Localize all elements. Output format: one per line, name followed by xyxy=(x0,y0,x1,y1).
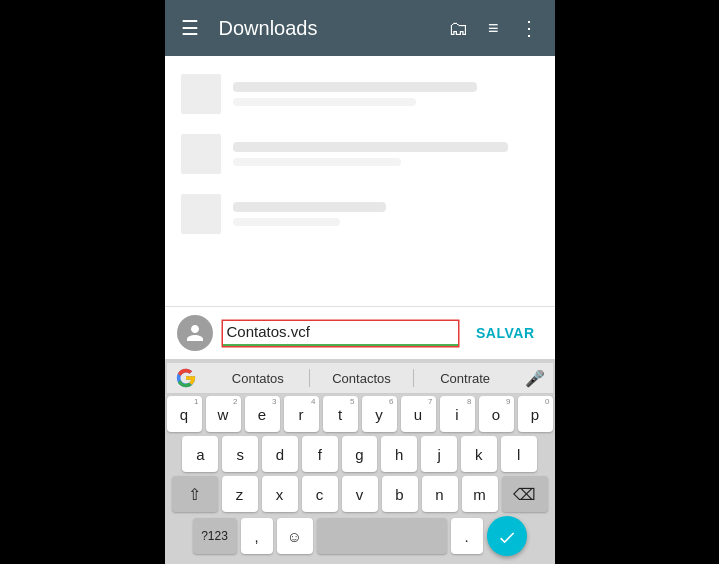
letter-key[interactable]: m xyxy=(462,476,498,512)
letter-key[interactable]: 9o xyxy=(479,396,514,432)
period-key[interactable]: . xyxy=(451,518,483,554)
letter-key[interactable]: n xyxy=(422,476,458,512)
menu-icon[interactable]: ☰ xyxy=(181,16,199,40)
letter-key[interactable]: 0p xyxy=(518,396,553,432)
letter-key[interactable]: d xyxy=(262,436,298,472)
letter-key[interactable]: z xyxy=(222,476,258,512)
microphone-icon[interactable]: 🎤 xyxy=(525,369,545,388)
key-number: 4 xyxy=(311,397,315,406)
save-button[interactable]: SALVAR xyxy=(468,321,542,345)
keyboard-row-1: 1q2w3e4r5t6y7u8i9o0p xyxy=(167,396,553,432)
letter-key[interactable]: b xyxy=(382,476,418,512)
key-number: 3 xyxy=(272,397,276,406)
letter-key[interactable]: 3e xyxy=(245,396,280,432)
letter-key[interactable]: h xyxy=(381,436,417,472)
file-name-placeholder xyxy=(233,82,478,92)
space-key[interactable] xyxy=(317,518,447,554)
file-meta-placeholder xyxy=(233,158,401,166)
key-number: 7 xyxy=(428,397,432,406)
letter-key[interactable]: f xyxy=(302,436,338,472)
letter-key[interactable]: 6y xyxy=(362,396,397,432)
file-info xyxy=(233,82,539,106)
letter-key[interactable]: 2w xyxy=(206,396,241,432)
phone-screen: ☰ Downloads 🗂 ≡ ⋮ xyxy=(165,0,555,564)
key-number: 5 xyxy=(350,397,354,406)
key-number: 8 xyxy=(467,397,471,406)
checkmark-icon xyxy=(497,528,517,544)
file-name-placeholder xyxy=(233,202,386,212)
key-number: 2 xyxy=(233,397,237,406)
folder-icon[interactable]: 🗂 xyxy=(448,17,468,40)
keyboard-row-4: ?123 , ☺ . xyxy=(167,516,553,556)
file-info xyxy=(233,142,539,166)
google-logo xyxy=(175,367,197,389)
letter-key[interactable]: l xyxy=(501,436,537,472)
suggestion-item[interactable]: Contrate xyxy=(414,369,517,388)
letter-key[interactable]: v xyxy=(342,476,378,512)
suggestion-item[interactable]: Contactos xyxy=(310,369,413,388)
file-meta-placeholder xyxy=(233,98,417,106)
filename-input[interactable] xyxy=(223,321,459,346)
letter-key[interactable]: j xyxy=(421,436,457,472)
emoji-key[interactable]: ☺ xyxy=(277,518,313,554)
key-number: 0 xyxy=(545,397,549,406)
letter-key[interactable]: g xyxy=(342,436,378,472)
letter-key[interactable]: 5t xyxy=(323,396,358,432)
filename-input-wrap xyxy=(223,321,459,346)
keyboard-row-2: asdfghjkl xyxy=(167,436,553,472)
key-number: 9 xyxy=(506,397,510,406)
letter-key[interactable]: c xyxy=(302,476,338,512)
rename-dialog-row: SALVAR xyxy=(165,306,555,359)
list-item xyxy=(165,124,555,184)
keyboard: Contatos Contactos Contrate 🎤 1q2w3e4r5t… xyxy=(165,359,555,564)
letter-key[interactable]: 4r xyxy=(284,396,319,432)
shift-key[interactable]: ⇧ xyxy=(172,476,218,512)
comma-key[interactable]: , xyxy=(241,518,273,554)
list-item xyxy=(165,64,555,124)
avatar xyxy=(177,315,213,351)
file-thumbnail xyxy=(181,134,221,174)
letter-key[interactable]: 1q xyxy=(167,396,202,432)
sort-icon[interactable]: ≡ xyxy=(488,18,499,39)
suggestion-item[interactable]: Contatos xyxy=(207,369,310,388)
num-symbols-key[interactable]: ?123 xyxy=(193,518,237,554)
file-list xyxy=(165,56,555,306)
enter-key[interactable] xyxy=(487,516,527,556)
backspace-key[interactable]: ⌫ xyxy=(502,476,548,512)
file-info xyxy=(233,202,539,226)
letter-key[interactable]: a xyxy=(182,436,218,472)
page-title: Downloads xyxy=(219,17,428,40)
keyboard-row-3: ⇧zxcvbnm⌫ xyxy=(167,476,553,512)
list-item xyxy=(165,184,555,244)
file-thumbnail xyxy=(181,194,221,234)
file-thumbnail xyxy=(181,74,221,114)
top-bar: ☰ Downloads 🗂 ≡ ⋮ xyxy=(165,0,555,56)
letter-key[interactable]: k xyxy=(461,436,497,472)
suggestions-row: Contatos Contactos Contrate 🎤 xyxy=(167,363,553,394)
more-options-icon[interactable]: ⋮ xyxy=(519,16,539,40)
letter-key[interactable]: 8i xyxy=(440,396,475,432)
letter-key[interactable]: 7u xyxy=(401,396,436,432)
file-meta-placeholder xyxy=(233,218,340,226)
key-number: 6 xyxy=(389,397,393,406)
file-name-placeholder xyxy=(233,142,508,152)
letter-key[interactable]: s xyxy=(222,436,258,472)
letter-key[interactable]: x xyxy=(262,476,298,512)
key-number: 1 xyxy=(194,397,198,406)
